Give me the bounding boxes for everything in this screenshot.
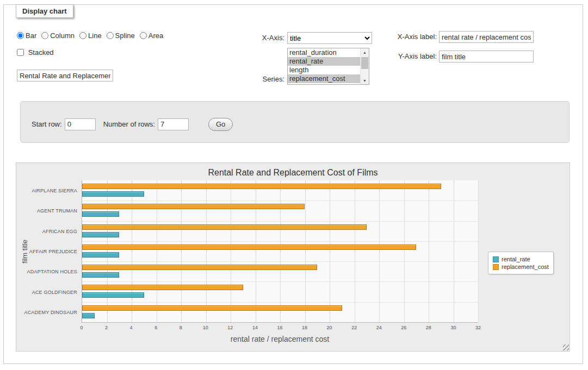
x-axis-tick-label: 10 [203,325,208,330]
stacked-checkbox[interactable] [17,49,24,56]
gridline [82,281,478,282]
plot-area [82,180,478,323]
series-option-replacement_cost[interactable]: replacement_cost [288,74,360,83]
gridline [157,180,157,322]
x-axis-tick-label: 24 [376,325,382,330]
bar-rental_rate [82,211,119,217]
listbox-scrollbar[interactable]: ▲ ▼ [360,48,369,84]
x-axis-tick-label: 26 [401,325,406,330]
gridline [181,180,182,322]
bar-replacement_cost [82,244,416,250]
bar-rental_rate [82,313,95,318]
gridline [379,180,380,322]
gridline [132,180,132,322]
chart-type-radio-spline[interactable] [107,32,114,39]
bar-rental_rate [82,292,144,298]
y-axis-label-field-label: Y-Axis label: [381,51,437,62]
chart-legend: rental_ratereplacement_cost [488,252,554,274]
x-axis-tick-label: 6 [154,325,157,330]
x-axis-tick-label: 4 [130,325,133,330]
chart-type-option-area[interactable]: Area [140,32,163,40]
y-axis-category-label: AFRICAN EGG [16,221,77,241]
bar-replacement_cost [82,224,367,230]
y-axis-category-label: AFFAIR PREJUDICE [16,241,77,261]
x-axis-tick-label: 2 [105,325,108,330]
gridline [404,180,405,322]
gridline [478,180,479,322]
series-option-length[interactable]: length [288,66,360,74]
bar-replacement_cost [82,265,317,270]
y-axis-category-label: ACADEMY DINOSAUR [16,303,77,323]
bar-replacement_cost [82,184,441,189]
stacked-option[interactable]: Stacked [17,48,54,57]
x-axis-tick-labels: 02468101214161820222426283032 [82,325,478,331]
y-axis-label-input[interactable] [439,51,534,62]
gridline [429,180,429,322]
row-controls-panel: Start row: Number of rows: Go [20,101,570,143]
legend-item-replacement_cost[interactable]: replacement_cost [493,264,549,270]
scrollbar-thumb[interactable] [361,57,368,69]
legend-label: rental_rate [502,256,530,262]
chart-type-label: Column [50,32,75,40]
legend-item-rental_rate[interactable]: rental_rate [493,256,549,262]
bar-rental_rate [82,191,144,197]
legend-swatch-icon [493,256,499,262]
y-axis-category-label: ADAPTATION HOLES [16,262,77,282]
x-axis-tick-label: 0 [80,325,83,330]
chart-type-radio-line[interactable] [79,32,86,39]
scroll-up-icon[interactable]: ▲ [361,48,369,56]
series-listbox[interactable]: rental_durationrental_ratelengthreplacem… [287,48,369,85]
chart-type-radio-area[interactable] [140,32,147,39]
x-axis-select[interactable]: title [287,32,372,44]
chart-type-label: Area [148,32,163,40]
gridline [82,221,478,222]
gridline [454,180,454,322]
series-listbox-label: Series: [230,73,284,85]
chart-type-label: Line [88,32,102,40]
chart-type-radio-bar[interactable] [17,32,24,39]
gridline [206,180,207,322]
go-button[interactable]: Go [208,118,233,131]
gridline [82,302,478,303]
y-axis-category-label: ACE GOLDFINGER [16,282,77,302]
gridline [355,180,355,322]
gridline [256,180,256,322]
x-axis-tick-label: 32 [475,325,481,330]
number-of-rows-input[interactable] [158,118,189,130]
series-option-rental_rate[interactable]: rental_rate [288,57,360,66]
x-axis-tick-label: 20 [327,325,332,330]
chart-type-option-bar[interactable]: Bar [17,32,36,40]
bar-rental_rate [82,232,119,237]
x-axis-tick-label: 28 [426,325,431,330]
series-option-rental_duration[interactable]: rental_duration [288,48,360,57]
x-axis-label-field-label: X-Axis label: [381,31,437,43]
gridline [107,180,108,322]
chart-type-radio-column[interactable] [41,32,48,39]
panel-title: Display chart [16,4,73,18]
scroll-down-icon[interactable]: ▼ [361,77,369,84]
x-axis-tick-label: 8 [180,325,182,330]
gridline [305,180,306,322]
scrollbar-track[interactable] [361,56,369,77]
resize-handle-icon[interactable] [563,344,569,350]
y-axis-category-labels: AIRPLANE SIERRAAGENT TRUMANAFRICAN EGGAF… [16,180,77,323]
x-axis-tick-label: 30 [450,325,456,330]
chart-type-option-column[interactable]: Column [41,32,75,40]
chart-panel: Rental Rate and Replacement Cost of Film… [16,162,570,352]
x-axis-tick-label: 16 [277,325,282,330]
chart-type-option-line[interactable]: Line [79,32,102,40]
gridline [82,200,478,201]
chart-title-input[interactable] [17,70,113,81]
x-axis-label-input[interactable] [439,31,534,43]
bar-rental_rate [82,272,119,278]
start-row-input[interactable] [65,118,96,130]
chart-type-radio-group: BarColumnLineSplineArea [17,32,168,40]
chart-type-option-spline[interactable]: Spline [107,32,135,40]
stacked-row: Stacked [17,48,54,57]
chart-title: Rental Rate and Replacement Cost of Film… [16,168,570,178]
start-row-label: Start row: [32,120,62,128]
x-axis-tick-label: 18 [302,325,307,330]
legend-swatch-icon [493,264,499,270]
x-axis-select-label: X-Axis: [230,32,284,44]
number-of-rows-label: Number of rows: [103,120,155,128]
